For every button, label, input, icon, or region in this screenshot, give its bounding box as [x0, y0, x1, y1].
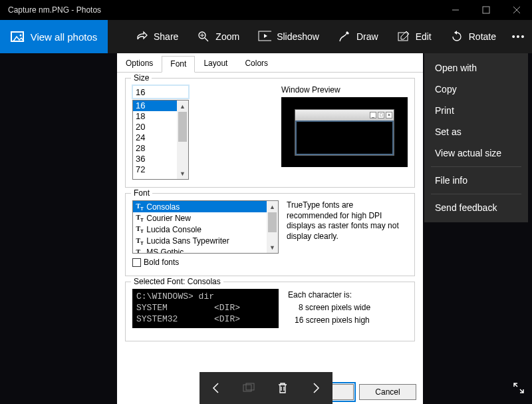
size-option[interactable]: 18 — [133, 111, 177, 122]
delete-button[interactable] — [267, 372, 298, 404]
scroll-up-icon[interactable]: ▲ — [267, 201, 278, 212]
tab-bar: Options Font Layout Colors — [117, 55, 423, 73]
photo-nav-bar — [200, 372, 332, 404]
tab-colors[interactable]: Colors — [236, 55, 277, 72]
photos-icon — [11, 31, 24, 42]
bold-fonts-checkbox[interactable] — [132, 258, 141, 267]
console-sample: C:\WINDOWS> dir SYSTEM <DIR> SYSTEM32 <D… — [132, 289, 279, 328]
font-scrollbar[interactable]: ▲ ▼ — [267, 201, 278, 253]
view-all-photos-button[interactable]: View all photos — [0, 20, 108, 53]
size-scrollbar[interactable]: ▲ ▼ — [177, 101, 188, 179]
window-preview: _□× — [281, 97, 408, 167]
menu-print[interactable]: Print — [424, 100, 528, 121]
tab-layout[interactable]: Layout — [195, 55, 236, 72]
menu-send-feedback[interactable]: Send feedback — [424, 197, 528, 218]
selected-font-title: Selected Font: Consolas — [131, 277, 223, 286]
font-option[interactable]: TTLucida Sans Typewriter — [133, 236, 267, 247]
console-properties-dialog: Options Font Layout Colors Size 16 18 20… — [117, 53, 423, 404]
window-controls — [440, 0, 532, 20]
window-title: Capture nm.PNG - Photos — [8, 5, 101, 15]
menu-file-info[interactable]: File info — [424, 170, 528, 191]
scroll-down-icon[interactable]: ▼ — [267, 242, 278, 253]
size-option[interactable]: 28 — [133, 143, 177, 154]
title-bar: Capture nm.PNG - Photos — [0, 0, 532, 20]
close-button[interactable] — [501, 0, 532, 20]
menu-view-actual-size[interactable]: View actual size — [424, 142, 528, 164]
font-group-title: Font — [131, 188, 152, 198]
size-option[interactable]: 20 — [133, 122, 177, 132]
slideshow-icon — [258, 30, 271, 43]
svg-point-4 — [19, 35, 21, 37]
maximize-button[interactable] — [471, 0, 501, 20]
menu-set-as[interactable]: Set as — [424, 121, 528, 142]
font-group: Font TTConsolas TTCourier New TTLucida C… — [125, 193, 415, 276]
preview-label: Window Preview — [281, 85, 408, 95]
draw-button[interactable]: Draw — [329, 20, 388, 53]
edit-icon — [397, 30, 410, 43]
svg-marker-12 — [454, 31, 457, 35]
share-icon — [135, 30, 148, 43]
fullscreen-button[interactable] — [512, 381, 525, 397]
truetype-icon: TT — [136, 213, 144, 223]
menu-separator — [431, 194, 521, 194]
selected-font-group: Selected Font: Consolas C:\WINDOWS> dir … — [125, 282, 415, 341]
more-button[interactable]: ••• — [505, 20, 532, 53]
bold-fonts-label: Bold fonts — [144, 258, 179, 267]
font-option[interactable]: TTMS Gothic — [133, 247, 267, 254]
next-button[interactable] — [301, 372, 331, 404]
rotate-button[interactable]: Rotate — [441, 20, 505, 53]
collection-button[interactable] — [234, 372, 265, 404]
font-option[interactable]: TTConsolas — [133, 201, 267, 212]
size-group-title: Size — [131, 73, 152, 83]
character-info: Each character is: 8 screen pixels wide … — [288, 289, 370, 328]
tab-font[interactable]: Font — [162, 56, 195, 73]
size-option[interactable]: 36 — [133, 154, 177, 164]
size-input[interactable] — [132, 85, 189, 99]
cancel-button[interactable]: Cancel — [359, 384, 416, 400]
scroll-up-icon[interactable]: ▲ — [177, 101, 188, 112]
menu-open-with[interactable]: Open with — [424, 57, 528, 79]
rotate-icon — [450, 30, 464, 43]
context-menu: Open with Copy Print Set as View actual … — [424, 53, 528, 222]
font-description: TrueType fonts are recommended for high … — [287, 200, 400, 267]
previous-button[interactable] — [201, 372, 231, 404]
tab-options[interactable]: Options — [117, 55, 162, 72]
truetype-icon: TT — [136, 202, 144, 212]
menu-separator — [431, 166, 521, 167]
size-listbox[interactable]: 16 18 20 24 28 36 72 ▲ ▼ — [132, 100, 189, 180]
font-option[interactable]: TTLucida Console — [133, 224, 267, 235]
size-option[interactable]: 16 — [133, 101, 177, 111]
size-option[interactable]: 72 — [133, 164, 177, 175]
zoom-button[interactable]: Zoom — [188, 20, 249, 53]
menu-copy[interactable]: Copy — [424, 79, 528, 100]
size-option[interactable]: 24 — [133, 132, 177, 143]
font-listbox[interactable]: TTConsolas TTCourier New TTLucida Consol… — [132, 200, 279, 254]
truetype-icon: TT — [136, 248, 144, 254]
zoom-icon — [197, 30, 210, 43]
scroll-down-icon[interactable]: ▼ — [177, 168, 188, 179]
share-button[interactable]: Share — [126, 20, 188, 53]
svg-line-6 — [205, 38, 208, 41]
font-option[interactable]: TTCourier New — [133, 212, 267, 224]
truetype-icon: TT — [136, 224, 144, 234]
svg-marker-10 — [264, 34, 267, 38]
slideshow-button[interactable]: Slideshow — [249, 20, 329, 53]
svg-rect-1 — [483, 7, 489, 13]
truetype-icon: TT — [136, 236, 144, 246]
draw-icon — [338, 30, 351, 43]
view-all-label: View all photos — [31, 31, 98, 43]
minimize-button[interactable] — [440, 0, 471, 20]
ellipsis-icon: ••• — [512, 30, 525, 43]
toolbar: Share Zoom Slideshow Draw Edit Rotate ••… — [108, 20, 532, 53]
size-group: Size 16 18 20 24 28 36 72 ▲ — [125, 78, 415, 188]
edit-button[interactable]: Edit — [388, 20, 441, 53]
